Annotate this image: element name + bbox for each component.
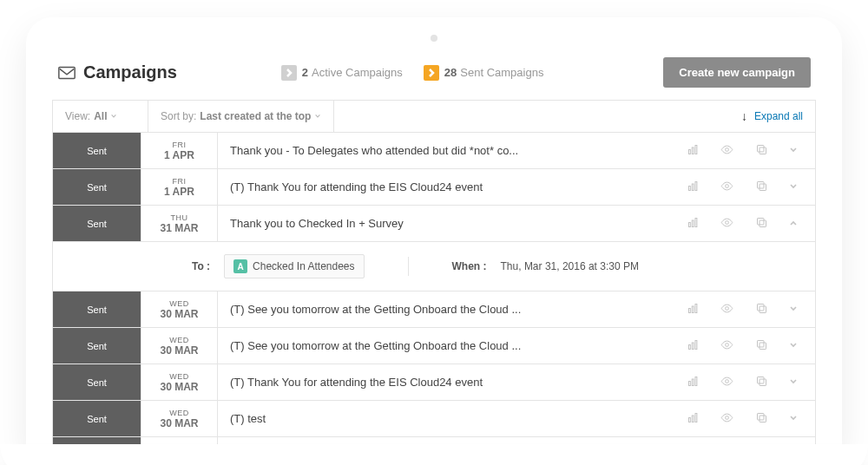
day-month: 30 MAR (160, 417, 198, 429)
day-month: 30 MAR (160, 344, 198, 357)
svg-rect-21 (695, 304, 697, 312)
stats-icon[interactable] (687, 375, 700, 390)
expand-all-button[interactable]: ↓ Expand all (729, 101, 815, 132)
recipient-chip[interactable]: AChecked In Attendees (224, 254, 364, 278)
svg-point-40 (726, 416, 729, 419)
laptop-base (0, 444, 868, 465)
row-actions (676, 169, 815, 205)
expand-toggle-icon[interactable] (789, 412, 798, 425)
svg-point-22 (726, 306, 729, 310)
day-of-week: WED (169, 372, 189, 381)
day-month: 1 APR (164, 186, 194, 198)
stats-icon[interactable] (687, 302, 700, 318)
stats-icon[interactable] (687, 338, 700, 354)
expand-toggle-icon[interactable] (789, 217, 798, 230)
preview-icon[interactable] (720, 180, 733, 195)
expand-toggle-icon[interactable] (789, 339, 798, 352)
svg-rect-1 (689, 149, 691, 154)
table-row[interactable]: SentWED30 MAR(T) See you tomorrow at the… (52, 328, 816, 364)
preview-icon[interactable] (720, 143, 733, 159)
svg-rect-3 (695, 145, 697, 154)
camera-dot (431, 35, 437, 42)
date-cell: WED30 MAR (141, 328, 218, 363)
preview-icon[interactable] (720, 411, 733, 427)
duplicate-icon[interactable] (755, 180, 768, 195)
expand-toggle-icon[interactable] (789, 144, 798, 157)
active-count: 2 (302, 66, 308, 79)
expand-all-label: Expand all (754, 110, 803, 122)
row-actions (676, 133, 815, 168)
svg-rect-17 (760, 220, 766, 227)
date-cell: FRI1 APR (141, 169, 218, 205)
duplicate-icon[interactable] (755, 302, 768, 318)
svg-rect-19 (689, 308, 691, 312)
stats-icon[interactable] (687, 180, 700, 195)
svg-rect-15 (695, 218, 697, 226)
table-row[interactable]: SentWED30 MAR(T) See you tomorrow at the… (52, 291, 816, 328)
chevron-icon-orange (424, 65, 439, 81)
download-arrow-icon: ↓ (741, 109, 747, 123)
subject-cell: Thank you - To Delegates who attended bu… (218, 133, 676, 168)
page-title: Campaigns (83, 62, 177, 82)
active-label: Active Campaigns (312, 66, 403, 79)
expand-toggle-icon[interactable] (789, 180, 798, 193)
stats-icon[interactable] (687, 216, 700, 232)
svg-rect-39 (695, 413, 697, 422)
svg-rect-24 (757, 304, 764, 311)
table-row[interactable]: SentTHU31 MARThank you to Checked In + S… (52, 206, 816, 242)
date-cell: WED30 MAR (141, 291, 218, 327)
to-label: To : (192, 260, 210, 272)
active-campaigns[interactable]: 2 Active Campaigns (281, 65, 403, 81)
status-badge: Sent (53, 133, 141, 168)
status-badge: Sent (53, 364, 141, 400)
svg-point-10 (726, 184, 729, 187)
svg-rect-14 (692, 220, 694, 227)
sent-campaigns[interactable]: 28 Sent Campaigns (424, 65, 544, 81)
table-row[interactable]: SentWED30 MAR(T) Thank You for attending… (52, 364, 816, 401)
svg-rect-2 (692, 147, 694, 154)
table-row[interactable]: SentFRI1 APR(T) Thank You for attending … (52, 169, 816, 206)
table-row[interactable]: SentFRI1 APRThank you - To Delegates who… (52, 133, 816, 169)
expand-toggle-icon[interactable] (789, 303, 798, 316)
chevron-down-icon (314, 113, 321, 120)
campaign-list: SentFRI1 APRThank you - To Delegates who… (52, 133, 816, 451)
row-actions (676, 206, 815, 241)
svg-rect-29 (760, 343, 766, 350)
stats-icon[interactable] (687, 411, 700, 427)
svg-rect-36 (757, 377, 764, 383)
day-month: 30 MAR (160, 308, 198, 320)
expand-toggle-icon[interactable] (789, 376, 798, 389)
date-cell: FRI1 APR (141, 133, 218, 168)
laptop-frame: Campaigns 2 Active Campaigns 28 Sent Cam… (26, 17, 842, 451)
recipient-name: Checked In Attendees (253, 260, 354, 272)
svg-rect-27 (695, 340, 697, 349)
svg-rect-32 (692, 379, 694, 386)
envelope-icon (57, 63, 76, 82)
duplicate-icon[interactable] (755, 143, 768, 159)
table-row[interactable]: SentWED30 MAR(T) test (52, 401, 816, 437)
preview-icon[interactable] (720, 338, 733, 354)
subject-cell: (T) Thank You for attending the EIS Clou… (218, 169, 676, 205)
svg-rect-30 (757, 340, 764, 347)
day-of-week: WED (169, 409, 189, 417)
subject-cell: (T) See you tomorrow at the Getting Onbo… (218, 291, 676, 327)
day-of-week: FRI (173, 141, 187, 149)
svg-rect-25 (689, 344, 691, 349)
duplicate-icon[interactable] (755, 216, 768, 232)
preview-icon[interactable] (720, 216, 733, 232)
svg-point-16 (726, 220, 729, 224)
preview-icon[interactable] (720, 375, 733, 390)
view-filter[interactable]: View: All (53, 101, 148, 132)
duplicate-icon[interactable] (755, 411, 768, 427)
duplicate-icon[interactable] (755, 375, 768, 390)
row-actions (676, 328, 815, 363)
duplicate-icon[interactable] (755, 338, 768, 354)
preview-icon[interactable] (720, 302, 733, 318)
row-actions (676, 401, 815, 436)
svg-rect-12 (757, 181, 764, 188)
svg-rect-6 (757, 145, 764, 152)
create-campaign-button[interactable]: Create new campaign (663, 57, 811, 88)
sort-filter[interactable]: Sort by: Last created at the top (148, 101, 334, 132)
stats-icon[interactable] (687, 143, 700, 159)
header-stats: 2 Active Campaigns 28 Sent Campaigns (281, 65, 544, 81)
